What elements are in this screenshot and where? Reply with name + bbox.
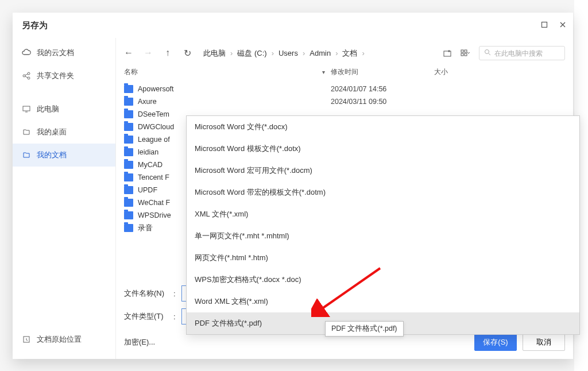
- sort-arrow-icon: ▾: [322, 69, 325, 75]
- filetype-options-popup: Microsoft Word 文件(*.docx)Microsoft Word …: [186, 115, 580, 335]
- save-as-dialog: 另存为 我的云文档 共享文件夹 此电脑: [13, 13, 573, 359]
- tooltip: PDF 文件格式(*.pdf): [325, 321, 404, 337]
- svg-rect-10: [465, 53, 467, 56]
- file-mtime: 2024/03/11 09:50: [331, 98, 434, 106]
- crumb[interactable]: Admin: [307, 48, 333, 59]
- sidebar-item-label: 文档原始位置: [37, 334, 82, 345]
- sidebar-item-label: 我的云文档: [37, 48, 74, 58]
- folder-icon: [124, 110, 133, 118]
- svg-rect-4: [23, 106, 30, 111]
- new-folder-icon[interactable]: [442, 48, 452, 59]
- svg-point-1: [23, 75, 25, 77]
- file-name: Axure: [138, 98, 331, 106]
- filetype-option[interactable]: Word XML 文档(*.xml): [187, 291, 579, 312]
- filetype-option[interactable]: WPS加密文档格式(*.docx *.doc): [187, 269, 579, 291]
- crumb[interactable]: 文档: [340, 47, 359, 60]
- list-header: 名称▾ 修改时间 大小: [116, 67, 573, 80]
- folder-icon: [124, 211, 133, 219]
- filetype-label: 文件类型(T): [124, 311, 168, 322]
- search-box[interactable]: [479, 46, 565, 60]
- toolbar: ← → ↑ ↻ 此电脑› 磁盘 (C:)› Users› Admin› 文档›: [116, 38, 573, 67]
- file-mtime: 2024/01/07 14:56: [331, 85, 434, 93]
- view-mode-icon[interactable]: [461, 48, 471, 59]
- svg-rect-9: [461, 53, 463, 56]
- folder-icon: [124, 199, 133, 207]
- filename-label: 文件名称(N): [124, 288, 168, 299]
- filetype-option[interactable]: Microsoft Word 带宏的模板文件(*.dotm): [187, 181, 579, 203]
- sidebar-item-label: 此电脑: [37, 104, 59, 114]
- col-header-name[interactable]: 名称▾: [124, 67, 331, 77]
- table-row[interactable]: Apowersoft2024/01/07 14:56: [124, 83, 565, 95]
- folder-icon: [22, 150, 31, 160]
- svg-point-3: [28, 77, 30, 79]
- sidebar-item-shared[interactable]: 共享文件夹: [13, 64, 115, 87]
- search-input[interactable]: [494, 49, 560, 57]
- crumb[interactable]: 磁盘 (C:): [235, 47, 269, 60]
- folder-icon: [124, 98, 133, 106]
- save-button[interactable]: 保存(S): [474, 334, 517, 351]
- sidebar-item-label: 我的文档: [37, 150, 67, 160]
- forward-icon[interactable]: →: [144, 48, 153, 59]
- search-icon: [484, 49, 491, 57]
- back-icon[interactable]: ←: [124, 48, 133, 59]
- sidebar-item-label: 我的桌面: [37, 127, 67, 137]
- encrypt-link[interactable]: 加密(E)...: [124, 337, 155, 347]
- sidebar-item-original-location[interactable]: 文档原始位置: [13, 328, 116, 351]
- sidebar-item-desktop[interactable]: 我的桌面: [13, 121, 115, 144]
- folder-icon: [124, 123, 133, 131]
- svg-rect-0: [542, 22, 547, 28]
- filetype-option[interactable]: Microsoft Word 宏可用文件(*.docm): [187, 160, 579, 181]
- filetype-option[interactable]: 网页文件(*.html *.htm): [187, 247, 579, 269]
- maximize-icon[interactable]: [541, 20, 548, 30]
- crumb[interactable]: 此电脑: [201, 47, 228, 60]
- col-header-size[interactable]: 大小: [434, 67, 492, 77]
- dialog-title: 另存为: [22, 20, 48, 31]
- desktop-icon: [22, 127, 31, 137]
- refresh-icon[interactable]: ↻: [183, 48, 192, 59]
- titlebar: 另存为: [13, 13, 573, 38]
- folder-icon: [124, 136, 133, 144]
- folder-icon: [124, 148, 133, 156]
- folder-icon: [124, 224, 133, 232]
- folder-icon: [124, 161, 133, 169]
- sidebar-item-this-pc[interactable]: 此电脑: [13, 98, 115, 121]
- up-icon[interactable]: ↑: [163, 48, 172, 59]
- sidebar-item-documents[interactable]: 我的文档: [13, 144, 115, 167]
- filetype-option[interactable]: Microsoft Word 模板文件(*.dotx): [187, 138, 579, 160]
- filetype-option[interactable]: 单一网页文件(*.mht *.mhtml): [187, 225, 579, 247]
- filetype-option[interactable]: XML 文件(*.xml): [187, 203, 579, 225]
- folder-icon: [124, 85, 133, 93]
- cancel-button[interactable]: 取消: [523, 334, 565, 351]
- svg-rect-7: [461, 50, 463, 52]
- svg-point-2: [28, 72, 30, 75]
- table-row[interactable]: Axure2024/03/11 09:50: [124, 95, 565, 108]
- sidebar: 我的云文档 共享文件夹 此电脑 我的桌面 我的文档 文档原始位: [13, 38, 116, 359]
- folder-icon: [124, 186, 133, 194]
- sidebar-item-label: 共享文件夹: [37, 71, 74, 81]
- folder-icon: [124, 173, 133, 181]
- col-header-mtime[interactable]: 修改时间: [331, 67, 434, 77]
- crumb[interactable]: Users: [276, 48, 300, 59]
- svg-rect-8: [465, 50, 467, 52]
- svg-rect-6: [444, 51, 451, 56]
- close-icon[interactable]: [559, 20, 566, 30]
- filetype-option[interactable]: Microsoft Word 文件(*.docx): [187, 116, 579, 138]
- pc-icon: [22, 105, 31, 114]
- restore-icon: [22, 335, 31, 344]
- svg-point-11: [485, 50, 489, 54]
- sidebar-item-cloud-docs[interactable]: 我的云文档: [13, 41, 115, 64]
- cloud-icon: [22, 48, 31, 57]
- share-icon: [22, 71, 31, 80]
- breadcrumb[interactable]: 此电脑› 磁盘 (C:)› Users› Admin› 文档›: [201, 47, 365, 60]
- file-name: Apowersoft: [138, 85, 331, 93]
